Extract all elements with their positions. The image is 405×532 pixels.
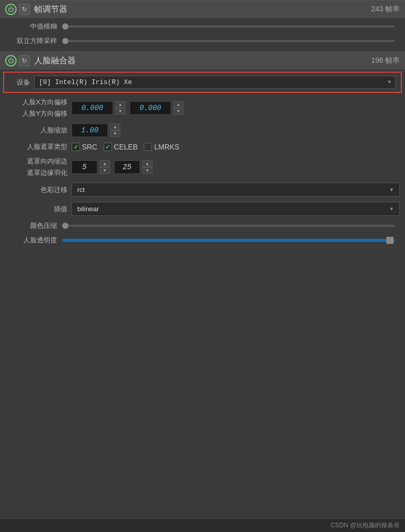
footer-text: CSDN @玩电脑的辣条哥	[330, 522, 400, 529]
y-offset-spinner: ▲ ▼	[173, 101, 184, 115]
face-offset-row: 人脸X方向偏移 人脸Y方向偏移 ▲ ▼ ▲ ▼	[0, 95, 405, 121]
frame-adjuster-title: 帧调节器	[34, 4, 371, 15]
y-offset-up[interactable]: ▲	[174, 102, 183, 108]
interpolation-row: 插值 bilinear ▼	[0, 199, 405, 219]
device-row: 设备 [0] Intel(R) Iris(R) Xe ▼	[3, 72, 402, 93]
shrink-input[interactable]	[72, 160, 97, 174]
mask-lmrks-checkbox[interactable]	[144, 143, 152, 151]
interpolation-value: bilinear	[77, 205, 99, 213]
color-transfer-row: 色彩迁移 rct ▼	[0, 180, 405, 199]
bicubic-slider[interactable]	[62, 40, 395, 42]
mask-shrink-feather-row: 遮罩向内缩边 遮罩边缘羽化 ▲ ▼ ▲ ▼	[0, 154, 405, 180]
face-scale-group: ▲ ▼	[72, 124, 120, 137]
y-offset-group: ▲ ▼	[130, 101, 184, 115]
face-merger-power-button[interactable]: ⏻	[5, 55, 17, 66]
feather-spinner: ▲ ▼	[142, 160, 152, 174]
bicubic-row: 双立方降采样	[0, 34, 405, 48]
device-value: [0] Intel(R) Iris(R) Xe	[39, 78, 132, 86]
frame-adjuster-power-button[interactable]: ⏻	[5, 4, 17, 15]
median-blur-row: 中值模糊	[0, 19, 405, 34]
face-scale-down[interactable]: ▼	[110, 130, 120, 137]
frame-adjuster-header: ⏻ ↻ 帧调节器 243 帧率	[0, 0, 405, 18]
mask-shrink-label: 遮罩向内缩边	[5, 157, 67, 166]
face-scale-up[interactable]: ▲	[110, 124, 120, 130]
mask-lmrks-item[interactable]: LMRKS	[144, 143, 179, 151]
mask-lmrks-label: LMRKS	[154, 143, 179, 151]
color-transfer-arrow: ▼	[389, 187, 394, 193]
face-mask-label: 人脸遮罩类型	[5, 142, 67, 152]
offset-labels: 人脸X方向偏移 人脸Y方向偏移	[5, 98, 67, 118]
color-compression-thumb	[62, 223, 68, 229]
mask-feather-label: 遮罩边缘羽化	[5, 168, 67, 178]
bicubic-label: 双立方降采样	[16, 36, 57, 46]
feather-down[interactable]: ▼	[143, 167, 152, 173]
face-opacity-thumb	[386, 237, 394, 244]
x-offset-down[interactable]: ▼	[116, 108, 125, 114]
device-dropdown[interactable]: [0] Intel(R) Iris(R) Xe ▼	[34, 76, 396, 89]
mask-checkbox-group: SRC CELEB LMRKS	[72, 143, 179, 151]
color-transfer-dropdown[interactable]: rct ▼	[72, 183, 400, 197]
feather-input[interactable]	[114, 160, 140, 174]
footer: CSDN @玩电脑的辣条哥	[0, 519, 405, 532]
median-blur-thumb	[62, 23, 68, 30]
x-offset-group: ▲ ▼	[72, 101, 125, 115]
face-scale-input[interactable]	[72, 124, 108, 137]
mask-src-item[interactable]: SRC	[72, 143, 97, 151]
face-scale-row: 人脸缩放 ▲ ▼	[0, 121, 405, 140]
device-label: 设备	[9, 78, 30, 87]
shrink-down[interactable]: ▼	[100, 167, 109, 173]
face-merger-frame-rate: 196 帧率	[371, 56, 400, 65]
color-transfer-label: 色彩迁移	[5, 185, 67, 195]
feather-group: ▲ ▼	[114, 160, 152, 174]
device-dropdown-arrow: ▼	[388, 79, 391, 85]
frame-adjuster-refresh-button[interactable]: ↻	[19, 4, 30, 15]
median-blur-label: 中值模糊	[16, 22, 57, 31]
x-offset-spinner: ▲ ▼	[115, 101, 125, 115]
face-opacity-label: 人脸透明度	[16, 236, 57, 245]
shrink-spinner: ▲ ▼	[100, 160, 110, 174]
color-transfer-value: rct	[77, 186, 85, 194]
face-y-offset-label: 人脸Y方向偏移	[5, 109, 67, 118]
face-merger-refresh-button[interactable]: ↻	[19, 55, 30, 66]
mask-celeb-checkbox[interactable]	[104, 143, 112, 151]
face-opacity-row: 人脸透明度	[0, 233, 405, 248]
median-blur-slider[interactable]	[62, 25, 395, 28]
x-offset-input[interactable]	[72, 101, 113, 115]
color-compression-label: 颜色压缩	[16, 221, 57, 230]
shrink-feather-labels: 遮罩向内缩边 遮罩边缘羽化	[5, 157, 67, 178]
interpolation-dropdown[interactable]: bilinear ▼	[72, 202, 400, 216]
interpolation-arrow: ▼	[389, 206, 394, 212]
y-offset-input[interactable]	[130, 101, 171, 115]
mask-celeb-label: CELEB	[114, 143, 138, 151]
mask-src-checkbox[interactable]	[72, 143, 80, 151]
x-offset-up[interactable]: ▲	[116, 102, 125, 108]
shrink-group: ▲ ▼	[72, 160, 110, 174]
face-merger-title: 人脸融合器	[34, 56, 371, 66]
color-compression-slider[interactable]	[62, 225, 395, 227]
frame-adjuster-frame-rate: 243 帧率	[371, 5, 400, 14]
color-compression-row: 颜色压缩	[0, 219, 405, 233]
y-offset-down[interactable]: ▼	[174, 108, 183, 114]
face-x-offset-label: 人脸X方向偏移	[5, 98, 67, 107]
interpolation-label: 插值	[5, 204, 67, 214]
face-mask-row: 人脸遮罩类型 SRC CELEB LMRKS	[0, 140, 405, 154]
main-panel: ⏻ ↻ 帧调节器 243 帧率 中值模糊 双立方降采样 ⏻ ↻ 人脸融合器 19…	[0, 0, 405, 248]
face-scale-spinner: ▲ ▼	[110, 124, 120, 137]
mask-src-label: SRC	[82, 143, 97, 151]
bicubic-thumb	[62, 38, 68, 44]
face-merger-header: ⏻ ↻ 人脸融合器 196 帧率	[0, 51, 405, 70]
face-scale-label: 人脸缩放	[5, 126, 67, 135]
face-opacity-slider[interactable]	[62, 239, 395, 242]
shrink-up[interactable]: ▲	[100, 161, 109, 167]
mask-celeb-item[interactable]: CELEB	[104, 143, 138, 151]
feather-up[interactable]: ▲	[143, 161, 152, 167]
